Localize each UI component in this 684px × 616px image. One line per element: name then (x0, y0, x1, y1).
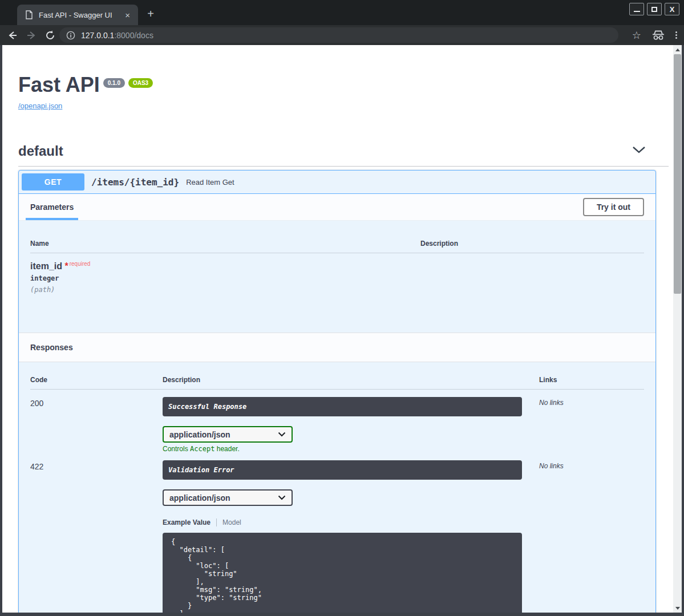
swagger-page: Fast API0.1.0OAS3 /openapi.json default … (2, 45, 673, 613)
parameter-name: item_id *required (30, 261, 420, 271)
forward-button[interactable] (25, 29, 38, 42)
openapi-spec-link[interactable]: /openapi.json (18, 102, 669, 110)
parameter-location: (path) (30, 286, 420, 294)
close-icon: X (670, 6, 675, 13)
operation-block: GET /items/{item_id} Read Item Get Param… (18, 170, 656, 613)
response-links: No links (539, 460, 644, 470)
browser-toolbar: 127.0.0.1:8000/docs ☆ (0, 25, 684, 45)
tag-section-header[interactable]: default (18, 141, 669, 167)
url-bar[interactable]: 127.0.0.1:8000/docs (59, 27, 618, 43)
tag-name: default (18, 143, 63, 159)
example-json-code: { "detail": [ { "loc": [ "string" ], "ms… (163, 533, 522, 613)
bookmark-star-icon[interactable]: ☆ (632, 29, 641, 42)
response-description-box: Validation Error (163, 460, 522, 480)
response-code: 422 (30, 460, 163, 471)
tab-example-value[interactable]: Example Value (163, 518, 211, 526)
active-tab-underline (26, 218, 78, 220)
response-row-422: 422 Validation Error application/json Ex… (30, 460, 644, 613)
page-scrollbar[interactable] (673, 45, 682, 613)
select-chevron-icon (278, 432, 286, 437)
api-title: Fast API (18, 73, 100, 96)
responses-table: Code Description Links 200 Successful Re… (19, 362, 655, 613)
responses-header: Responses (19, 333, 655, 362)
new-tab-button[interactable]: + (144, 8, 157, 19)
parameters-header: Parameters Try it out (19, 194, 655, 221)
maximize-button[interactable] (647, 3, 662, 15)
resp-col-description: Description (163, 376, 539, 384)
response-row-200: 200 Successful Response application/json… (30, 397, 644, 453)
url-host: 127.0.0.1 (81, 31, 114, 40)
tab-separator (216, 518, 217, 526)
url-path: :8000/docs (114, 31, 153, 40)
response-links: No links (539, 397, 644, 407)
operation-summary[interactable]: GET /items/{item_id} Read Item Get (19, 171, 655, 194)
browser-window: Fast API - Swagger UI × + X (0, 0, 684, 616)
accept-header-note: Controls Accept header. (163, 445, 539, 453)
titlebar: Fast API - Swagger UI × + X (0, 0, 684, 25)
parameter-row: item_id *required integer (path) (30, 253, 644, 294)
api-info: Fast API0.1.0OAS3 /openapi.json (18, 74, 669, 110)
required-label: required (70, 261, 91, 267)
back-arrow-icon (7, 30, 18, 41)
parameters-title: Parameters (30, 202, 74, 212)
back-button[interactable] (6, 29, 19, 42)
param-col-name: Name (30, 240, 420, 248)
parameter-description (420, 253, 644, 294)
menu-kebab-icon[interactable] (675, 30, 677, 40)
try-it-out-button[interactable]: Try it out (583, 198, 644, 216)
parameters-table: Name Description item_id *required integ… (19, 221, 655, 333)
param-col-description: Description (420, 240, 644, 248)
scroll-up-button[interactable] (673, 45, 682, 54)
resp-col-links: Links (539, 376, 644, 384)
media-type-select-422[interactable]: application/json (163, 489, 293, 506)
responses-title: Responses (30, 343, 73, 352)
oas3-badge: OAS3 (128, 78, 153, 88)
response-code: 200 (30, 397, 163, 408)
maximize-icon (651, 7, 657, 12)
operation-path: /items/{item_id} (91, 177, 179, 188)
example-model-tabs: Example Value Model (163, 518, 539, 526)
select-chevron-icon (278, 495, 286, 500)
tab-model[interactable]: Model (222, 518, 241, 526)
reload-button[interactable] (44, 29, 56, 42)
response-description-box: Successful Response (163, 397, 522, 416)
document-icon (25, 10, 33, 19)
tab-title: Fast API - Swagger UI (39, 11, 123, 19)
reload-icon (44, 30, 56, 41)
required-star: * (64, 261, 68, 271)
resp-col-code: Code (30, 376, 163, 384)
scroll-down-icon (675, 607, 680, 610)
tab-close-icon[interactable]: × (123, 10, 132, 20)
version-badge: 0.1.0 (103, 78, 125, 88)
forward-arrow-icon (26, 30, 37, 41)
parameter-type: integer (30, 274, 420, 282)
close-button[interactable]: X (665, 3, 679, 15)
incognito-icon[interactable] (651, 30, 665, 40)
chevron-down-icon[interactable] (632, 146, 646, 154)
operation-description: Read Item Get (186, 178, 234, 187)
scrollbar-thumb[interactable] (674, 54, 681, 294)
browser-tab[interactable]: Fast API - Swagger UI × (17, 5, 138, 25)
media-type-select-200[interactable]: application/json (163, 426, 293, 443)
minimize-button[interactable] (629, 3, 644, 15)
minimize-icon (634, 11, 640, 12)
info-icon (66, 31, 75, 40)
scroll-down-button[interactable] (673, 603, 682, 613)
method-badge: GET (22, 173, 84, 191)
scroll-up-icon (675, 48, 680, 51)
